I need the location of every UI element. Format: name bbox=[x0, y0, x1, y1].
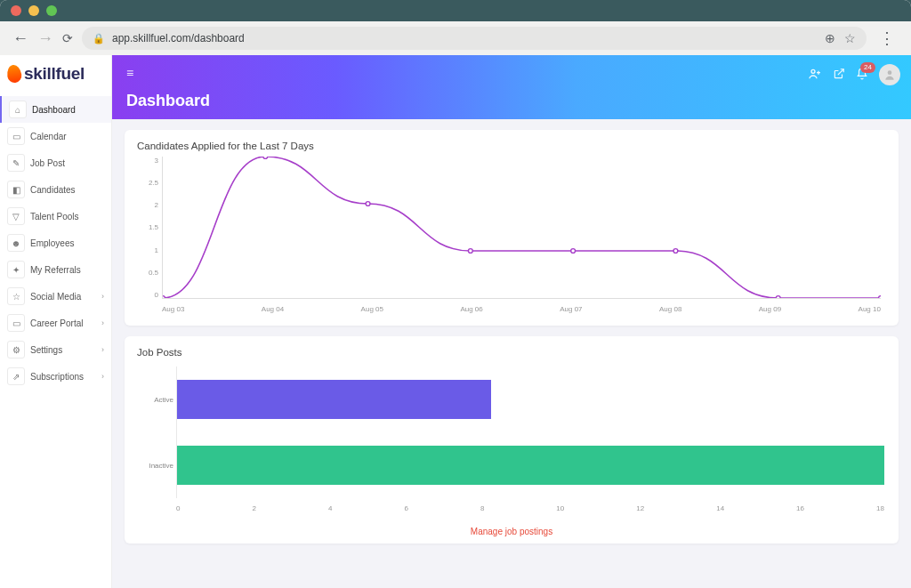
lock-icon: 🔒 bbox=[93, 33, 105, 44]
page-title: Dashboard bbox=[126, 92, 210, 110]
y-tick: 3 bbox=[137, 157, 158, 165]
back-button[interactable]: ← bbox=[12, 29, 28, 48]
x-tick: 6 bbox=[404, 504, 407, 512]
browser-toolbar: ← → ⟳ 🔒 app.skillfuel.com/dashboard ⊕ ☆ … bbox=[0, 21, 911, 55]
sidebar-item-dashboard[interactable]: ⌂Dashboard bbox=[0, 96, 111, 123]
sidebar-toggle-button[interactable]: ≡ bbox=[126, 66, 133, 80]
sidebar-item-employees[interactable]: ☻Employees bbox=[0, 230, 111, 256]
candidates-card-title: Candidates Applied for the Last 7 Days bbox=[137, 141, 886, 151]
svg-point-8 bbox=[776, 296, 780, 298]
sidebar-item-label: Talent Pools bbox=[30, 212, 78, 222]
nav-icon: ⌂ bbox=[9, 101, 27, 118]
search-in-page-icon[interactable]: ⊕ bbox=[825, 31, 835, 45]
chevron-right-icon: › bbox=[101, 292, 104, 301]
candidates-card: Candidates Applied for the Last 7 Days 3… bbox=[125, 130, 899, 326]
maximize-window-button[interactable] bbox=[46, 5, 57, 16]
external-link-icon[interactable] bbox=[833, 68, 845, 83]
bar-chart-x-axis: 024681012141618 bbox=[176, 504, 884, 512]
sidebar-item-label: Social Media bbox=[30, 292, 81, 302]
sidebar-item-label: Subscriptions bbox=[30, 372, 84, 382]
url-actions: ⊕ ☆ bbox=[825, 31, 856, 45]
bar-chart-rows: ActiveInactive bbox=[176, 366, 884, 498]
forward-button[interactable]: → bbox=[37, 29, 53, 48]
logo-text: skillfuel bbox=[24, 64, 85, 84]
y-tick: 2.5 bbox=[137, 179, 158, 187]
sidebar-item-label: Employees bbox=[30, 238, 74, 248]
topbar: ≡ 24 Dashboard bbox=[112, 55, 911, 119]
x-tick: 10 bbox=[556, 504, 564, 512]
close-window-button[interactable] bbox=[11, 5, 21, 16]
x-tick: 18 bbox=[876, 504, 884, 512]
topbar-actions: 24 bbox=[808, 64, 900, 85]
url-text: app.skillfuel.com/dashboard bbox=[112, 32, 825, 44]
content: Candidates Applied for the Last 7 Days 3… bbox=[112, 119, 911, 588]
notification-badge: 24 bbox=[860, 62, 875, 73]
bar bbox=[177, 446, 884, 485]
nav-icon: ◧ bbox=[7, 181, 25, 198]
url-bar[interactable]: 🔒 app.skillfuel.com/dashboard ⊕ ☆ bbox=[82, 27, 867, 50]
nav-icon: ☆ bbox=[7, 287, 25, 305]
x-tick: 2 bbox=[252, 504, 255, 512]
nav-icon: ✎ bbox=[7, 154, 25, 172]
chevron-right-icon: › bbox=[101, 318, 104, 327]
sidebar-item-candidates[interactable]: ◧Candidates bbox=[0, 176, 111, 203]
app-root: skillfuel ⌂Dashboard▭Calendar✎Job Post◧C… bbox=[0, 55, 911, 588]
nav-icon: ⚙ bbox=[7, 341, 25, 358]
invite-users-icon[interactable] bbox=[808, 68, 822, 83]
avatar[interactable] bbox=[879, 64, 900, 85]
svg-point-1 bbox=[888, 70, 892, 75]
nav-icon: ☻ bbox=[7, 234, 25, 252]
x-tick: 14 bbox=[716, 504, 724, 512]
line-chart-plot bbox=[162, 157, 881, 299]
y-tick: 2 bbox=[137, 201, 158, 209]
bar-row: Inactive bbox=[177, 440, 884, 490]
sidebar-item-label: My Referrals bbox=[30, 265, 81, 275]
notifications-bell-icon[interactable]: 24 bbox=[856, 68, 868, 83]
line-chart-y-axis: 32.521.510.50 bbox=[137, 157, 162, 299]
sidebar-item-settings[interactable]: ⚙Settings› bbox=[0, 336, 111, 363]
svg-point-7 bbox=[673, 249, 678, 254]
reload-button[interactable]: ⟳ bbox=[62, 31, 73, 45]
y-tick: 0.5 bbox=[137, 269, 158, 277]
sidebar-item-career-portal[interactable]: ▭Career Portal› bbox=[0, 310, 111, 336]
sidebar-item-job-post[interactable]: ✎Job Post bbox=[0, 149, 111, 176]
x-tick: 4 bbox=[328, 504, 332, 512]
x-tick: Aug 10 bbox=[859, 305, 881, 313]
sidebar-item-subscriptions[interactable]: ⇗Subscriptions› bbox=[0, 363, 111, 390]
nav-icon: ✦ bbox=[7, 261, 25, 278]
browser-menu-button[interactable]: ⋮ bbox=[875, 28, 899, 48]
svg-point-2 bbox=[163, 296, 165, 298]
x-tick: Aug 06 bbox=[460, 305, 482, 313]
svg-point-9 bbox=[879, 296, 881, 298]
y-tick: 1 bbox=[137, 246, 158, 254]
line-chart-x-axis: Aug 03Aug 04Aug 05Aug 06Aug 07Aug 08Aug … bbox=[162, 305, 881, 313]
y-tick: 0 bbox=[137, 291, 158, 299]
svg-point-5 bbox=[468, 249, 472, 254]
logo[interactable]: skillfuel bbox=[0, 55, 111, 93]
sidebar-item-social-media[interactable]: ☆Social Media› bbox=[0, 283, 111, 310]
chevron-right-icon: › bbox=[101, 372, 104, 381]
candidates-line-chart: 32.521.510.50 Aug 03Aug 04Aug 05Aug 06Au… bbox=[137, 157, 886, 318]
sidebar-item-my-referrals[interactable]: ✦My Referrals bbox=[0, 256, 111, 283]
sidebar-item-talent-pools[interactable]: ▽Talent Pools bbox=[0, 203, 111, 230]
sidebar-item-label: Dashboard bbox=[32, 105, 76, 115]
x-tick: 12 bbox=[636, 504, 644, 512]
sidebar-item-calendar[interactable]: ▭Calendar bbox=[0, 123, 111, 149]
manage-job-postings-link[interactable]: Manage job postings bbox=[137, 521, 886, 536]
sidebar-nav: ⌂Dashboard▭Calendar✎Job Post◧Candidates▽… bbox=[0, 93, 111, 393]
y-tick: 1.5 bbox=[137, 223, 158, 231]
x-tick: Aug 03 bbox=[162, 305, 184, 313]
svg-point-6 bbox=[571, 249, 576, 254]
jobposts-card: Job Posts ActiveInactive 024681012141618… bbox=[125, 336, 899, 544]
sidebar-item-label: Settings bbox=[30, 345, 62, 355]
bar-row: Active bbox=[177, 375, 884, 424]
nav-icon: ▽ bbox=[7, 207, 25, 225]
x-tick: Aug 09 bbox=[759, 305, 781, 313]
svg-point-0 bbox=[811, 69, 815, 73]
bookmark-icon[interactable]: ☆ bbox=[844, 31, 856, 45]
sidebar-item-label: Calendar bbox=[30, 132, 67, 141]
jobposts-card-title: Job Posts bbox=[137, 347, 886, 358]
x-tick: Aug 05 bbox=[361, 305, 383, 313]
sidebar-item-label: Career Portal bbox=[30, 318, 83, 328]
minimize-window-button[interactable] bbox=[28, 5, 39, 16]
